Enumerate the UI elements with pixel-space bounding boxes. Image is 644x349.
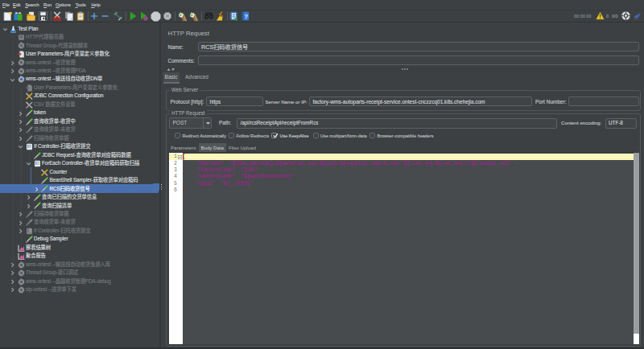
svg-text:?: ? [244, 13, 248, 20]
